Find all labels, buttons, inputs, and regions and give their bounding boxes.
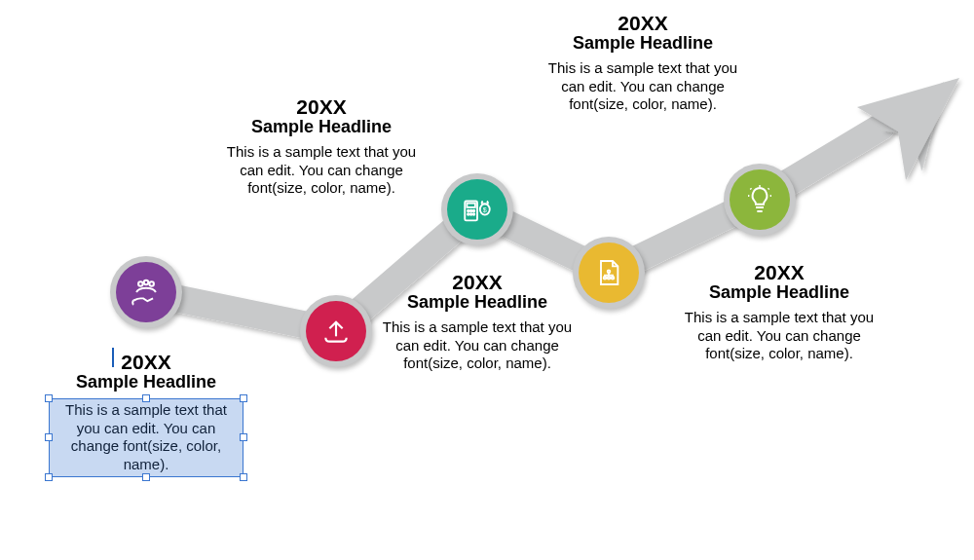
resize-handle[interactable] — [240, 433, 247, 441]
timeline-diagram: $ 20XX Sample Headline — [0, 0, 974, 560]
milestone-node-5[interactable] — [724, 164, 796, 236]
milestone-headline: Sample Headline — [49, 373, 244, 392]
svg-point-3 — [144, 280, 149, 285]
svg-point-15 — [604, 277, 607, 280]
svg-point-12 — [473, 213, 475, 215]
milestone-text-2[interactable]: 20XX Sample Headline This is a sample te… — [224, 95, 419, 198]
svg-text:$: $ — [483, 206, 487, 214]
milestone-desc[interactable]: This is a sample text that you can edit.… — [54, 401, 239, 474]
svg-point-7 — [468, 210, 469, 212]
svg-marker-0 — [877, 82, 956, 176]
milestone-headline: Sample Headline — [380, 293, 575, 313]
resize-handle[interactable] — [45, 473, 53, 481]
milestone-headline: Sample Headline — [224, 118, 419, 137]
svg-point-14 — [608, 270, 611, 273]
svg-point-4 — [149, 281, 154, 286]
resize-handle[interactable] — [45, 433, 53, 441]
svg-rect-6 — [467, 204, 475, 207]
resize-handle[interactable] — [45, 394, 53, 402]
milestone-text-1[interactable]: 20XX Sample Headline This is a sample te… — [49, 351, 244, 477]
lightbulb-icon — [730, 169, 790, 230]
milestone-node-3[interactable]: $ — [441, 173, 513, 245]
milestone-headline: Sample Headline — [545, 34, 740, 54]
svg-marker-1 — [857, 78, 959, 180]
milestone-year: 20XX — [380, 271, 575, 293]
milestone-text-4[interactable]: 20XX Sample Headline This is a sample te… — [545, 12, 740, 114]
svg-point-9 — [473, 210, 475, 212]
milestone-year: 20XX — [545, 12, 740, 34]
milestone-year: 20XX — [682, 261, 877, 283]
milestone-desc: This is a sample text that you can edit.… — [224, 143, 419, 198]
upload-icon — [306, 301, 366, 361]
milestone-text-3[interactable]: 20XX Sample Headline This is a sample te… — [380, 271, 575, 373]
resize-handle[interactable] — [142, 394, 150, 402]
people-hand-icon — [116, 262, 176, 322]
document-chart-icon — [579, 243, 639, 303]
svg-point-17 — [612, 277, 615, 280]
resize-handle[interactable] — [240, 473, 247, 481]
milestone-year: 20XX — [224, 95, 419, 118]
text-caret — [112, 348, 114, 367]
milestone-desc: This is a sample text that you can edit.… — [545, 59, 740, 114]
svg-point-2 — [138, 281, 143, 286]
resize-handle[interactable] — [240, 394, 247, 402]
milestone-year: 20XX — [49, 351, 244, 373]
resize-handle[interactable] — [142, 473, 150, 481]
svg-point-8 — [470, 210, 472, 212]
svg-point-11 — [470, 213, 472, 215]
svg-point-16 — [608, 277, 611, 280]
milestone-node-4[interactable] — [573, 237, 645, 309]
milestone-headline: Sample Headline — [682, 283, 877, 303]
selected-text-frame[interactable]: This is a sample text that you can edit.… — [49, 398, 244, 477]
milestone-desc: This is a sample text that you can edit.… — [682, 309, 877, 363]
milestone-text-5[interactable]: 20XX Sample Headline This is a sample te… — [682, 261, 877, 363]
svg-point-10 — [468, 213, 469, 215]
milestone-desc: This is a sample text that you can edit.… — [380, 318, 575, 373]
milestone-node-1[interactable] — [110, 256, 182, 328]
calculator-money-icon: $ — [447, 179, 507, 240]
milestone-node-2[interactable] — [300, 295, 372, 367]
